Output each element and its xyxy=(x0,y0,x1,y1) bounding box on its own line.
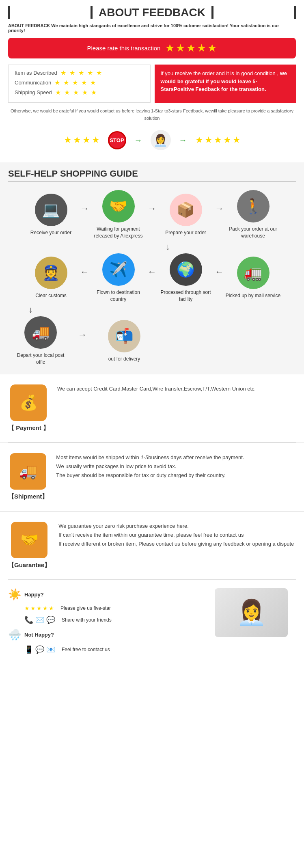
flow-step-receive: 💻 Receive your order xyxy=(23,194,80,236)
shipment-icon-box: 🚚 xyxy=(10,453,46,490)
shipment-label: 【Shipment】 xyxy=(8,493,48,501)
feedback-grid: Item as Described ★ ★ ★ ★ ★ Communicatio… xyxy=(8,65,296,103)
flow-step-customs: 👮 Clear customs xyxy=(23,257,80,299)
selfhelp-title: SELF-HELP SHOPPING GUIDE xyxy=(8,168,296,182)
flow-step-sort: 🌍 Processed through sort facility xyxy=(157,253,214,303)
payment-label: 【 Payment 】 xyxy=(8,424,49,432)
feedback-bottom: ★ ★ ★ ★ STOP → 👩‍💼 → ★ ★ ★ ★ ★ xyxy=(8,126,296,154)
stop-badge: STOP xyxy=(108,131,126,149)
rain-icon: 🌧️ xyxy=(8,628,21,641)
feedback-left-panel: Item as Described ★ ★ ★ ★ ★ Communicatio… xyxy=(8,65,151,103)
rate-stars: ★ ★ ★ ★ ★ xyxy=(165,42,217,54)
payment-section: 💰 【 Payment 】 We can accept Credit Card,… xyxy=(0,374,304,442)
down-arrow-2: ↓ xyxy=(8,304,296,315)
flow-step-prepare: 📦 Prepare your order xyxy=(157,194,214,236)
arrow-right-icon: → xyxy=(134,136,142,145)
flow-row-3: 🚚 Depart your local post offic → 📬 out f… xyxy=(8,316,296,366)
footer-happy-row: ☀️ Happy? xyxy=(8,588,207,601)
pickup-icon: 🚛 xyxy=(237,257,270,289)
flow-step-depart: 🚚 Depart your local post offic xyxy=(12,316,69,366)
flow-row-2: 👮 Clear customs ← ✈️ Flown to destinatio… xyxy=(8,253,296,303)
payment-icon-box: 💰 xyxy=(10,384,47,421)
sun-icon: ☀️ xyxy=(8,588,21,601)
footer-right: 👩‍💼 xyxy=(215,588,296,637)
customs-label: Clear customs xyxy=(35,292,67,299)
pack-icon: 🚶 xyxy=(237,190,270,222)
payment-icon-symbol: 💰 xyxy=(19,394,38,411)
guarantee-icon-symbol: 🤝 xyxy=(20,531,39,548)
arrow-4: ← xyxy=(80,267,89,277)
flow-step-pack: 🚶 Pack your order at our warehouse xyxy=(225,190,282,240)
flow-step-fly: ✈️ Flown to destination country xyxy=(90,253,147,303)
arrow-right-icon-2: → xyxy=(179,136,187,145)
payment-icon: 🤝 xyxy=(102,190,135,222)
feedback-section: ABOUT FEEDBACK ABOUT FEEDBACK We maintai… xyxy=(0,0,304,162)
payment-icon-block: 💰 【 Payment 】 xyxy=(8,384,49,432)
footer-left: ☀️ Happy? ★ ★ ★ ★ ★ Please give us five-… xyxy=(8,588,207,658)
guarantee-content: We guarantee your zero risk purchase exp… xyxy=(58,522,296,548)
feedback-note: Otherwise, we would be grateful if you w… xyxy=(8,108,296,122)
email-icon: ✉️ xyxy=(35,615,44,624)
phone2-icon: 📱 xyxy=(24,645,33,654)
sort-label: Processed through sort facility xyxy=(157,289,214,303)
flow-row-1: 💻 Receive your order → 🤝 Waiting for pay… xyxy=(8,190,296,240)
feedback-title: ABOUT FEEDBACK xyxy=(8,6,296,19)
customs-icon: 👮 xyxy=(35,257,67,289)
footer-stars-row: ★ ★ ★ ★ ★ Please give us five-star xyxy=(24,605,207,611)
fly-icon: ✈️ xyxy=(102,253,135,286)
share-icons: 📞 ✉️ 💬 xyxy=(24,615,55,624)
guarantee-label: 【Guarantee】 xyxy=(8,561,50,569)
feedback-item-shipping: Shipping Speed ★ ★ ★ ★ ★ xyxy=(15,89,144,96)
share-text: Share with your friends xyxy=(62,617,112,623)
feedback-subtitle: ABOUT FEEDBACK We maintain high stangard… xyxy=(8,23,296,33)
arrow-6: ← xyxy=(215,267,224,277)
skype-icon: 💬 xyxy=(35,645,44,654)
person-icon: 👩‍💼 xyxy=(151,130,171,150)
down-arrow-1: ↓ xyxy=(8,242,296,252)
footer-section: ☀️ Happy? ★ ★ ★ ★ ★ Please give us five-… xyxy=(0,580,304,666)
happy-text: Please give us five-star xyxy=(60,605,111,611)
feedback-right-panel: If you receive the order and it is in go… xyxy=(155,65,296,103)
prepare-icon: 📦 xyxy=(170,194,202,226)
footer-contact-row: 📱 💬 📧 Feel free to contact us xyxy=(24,645,207,654)
feedback-bottom-stars-left: ★ ★ ★ ★ xyxy=(64,135,100,145)
feedback-bottom-stars-right: ★ ★ ★ ★ ★ xyxy=(195,135,241,145)
not-happy-label: Not Happy? xyxy=(24,632,54,638)
payment-label: Waiting for payment released by Aliexpre… xyxy=(90,226,147,240)
arrow-3: → xyxy=(215,203,224,214)
arrow-5: ← xyxy=(148,267,157,277)
arrow-1: → xyxy=(80,203,89,214)
fly-label: Flown to destination country xyxy=(90,289,147,303)
depart-label: Depart your local post offic xyxy=(12,352,69,366)
arrow-2: → xyxy=(148,203,157,214)
flow-step-payment: 🤝 Waiting for payment released by Aliexp… xyxy=(90,190,147,240)
person-photo: 👩‍💼 xyxy=(215,588,288,637)
shipment-icon-symbol: 🚚 xyxy=(19,463,37,480)
shipment-icon-block: 🚚 【Shipment】 xyxy=(8,453,48,501)
mail2-icon: 📧 xyxy=(46,645,55,654)
receive-label: Receive your order xyxy=(30,229,71,236)
phone-icon: 📞 xyxy=(24,615,33,624)
feedback-item-described: Item as Described ★ ★ ★ ★ ★ xyxy=(15,69,144,77)
guarantee-icon-box: 🤝 xyxy=(11,522,47,558)
pack-label: Pack your order at our warehouse xyxy=(225,226,282,240)
delivery-label: out for delivery xyxy=(108,356,140,363)
contact-text: Feel free to contact us xyxy=(62,647,110,652)
contact-icons: 📱 💬 📧 xyxy=(24,645,55,654)
rate-box: Please rate this transaction ★ ★ ★ ★ ★ xyxy=(8,38,296,58)
depart-icon: 🚚 xyxy=(24,316,57,349)
guarantee-section: 🤝 【Guarantee】 We guarantee your zero ris… xyxy=(0,511,304,579)
receive-icon: 💻 xyxy=(35,194,67,226)
rate-box-text: Please rate this transaction xyxy=(87,45,161,52)
shipment-section: 🚚 【Shipment】 Most items would be shipped… xyxy=(0,443,304,511)
arrow-7: → xyxy=(78,330,87,340)
prepare-label: Prepare your order xyxy=(165,229,206,236)
footer-happy-stars: ★ ★ ★ ★ ★ xyxy=(24,605,54,611)
payment-content: We can accept Credit Card,Master Card,Wi… xyxy=(57,384,296,393)
guarantee-icon-block: 🤝 【Guarantee】 xyxy=(8,522,50,569)
footer-share-row: 📞 ✉️ 💬 Share with your friends xyxy=(24,615,207,624)
flow-step-delivery: 📬 out for delivery xyxy=(96,320,153,363)
pickup-label: Picked up by mail service xyxy=(226,292,280,299)
selfhelp-section: SELF-HELP SHOPPING GUIDE 💻 Receive your … xyxy=(0,162,304,374)
chat-icon: 💬 xyxy=(46,615,55,624)
